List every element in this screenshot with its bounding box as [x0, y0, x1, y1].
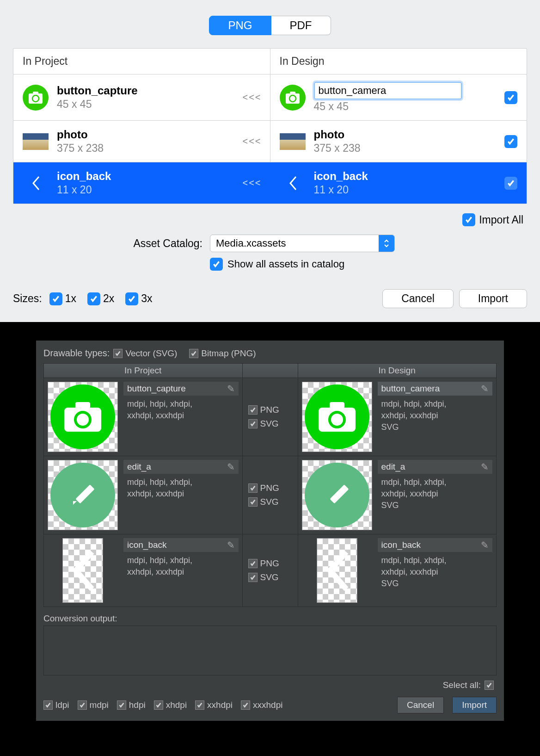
size-1x-label: 1x — [65, 292, 76, 305]
row-png-checkbox[interactable] — [248, 405, 258, 415]
png-label: PNG — [260, 558, 279, 569]
camera-icon — [280, 85, 306, 111]
size-2x-checkbox[interactable] — [87, 292, 100, 305]
asset-catalog-label: Asset Catalog: — [13, 237, 202, 250]
sync-arrows-icon: <<< — [242, 178, 261, 188]
camera-icon — [302, 382, 372, 452]
bitmap-checkbox[interactable] — [189, 349, 198, 358]
drawable-densities: xxhdpi, xxxhdpi — [378, 566, 493, 578]
asset-row-selected[interactable]: icon_back 11 x 20 <<< icon_back 11 x 20 — [13, 162, 527, 204]
size-2x-label: 2x — [103, 292, 114, 305]
xxhdpi-label: xxhdpi — [207, 700, 233, 710]
pencil-icon[interactable]: ✎ — [227, 461, 235, 472]
pencil-icon[interactable]: ✎ — [227, 539, 235, 551]
asset-dimensions: 11 x 20 — [57, 184, 111, 196]
asset-row[interactable]: button_capture 45 x 45 <<< 45 x 45 — [13, 74, 527, 121]
xhdpi-label: xhdpi — [166, 700, 187, 710]
camera-icon — [48, 382, 118, 452]
asset-catalog-select[interactable]: Media.xcassets — [210, 235, 395, 252]
asset-comparison-table: In Project In Design button_capture 45 x… — [13, 48, 527, 204]
asset-name-input[interactable] — [314, 82, 462, 99]
row-import-checkbox[interactable] — [504, 177, 517, 190]
svg-rect-14 — [330, 484, 349, 503]
bitmap-label: Bitmap (PNG) — [201, 348, 256, 359]
header-in-project: In Project — [13, 49, 270, 74]
xxhdpi-checkbox[interactable] — [195, 700, 204, 710]
pencil-icon[interactable]: ✎ — [481, 383, 489, 394]
select-all-checkbox[interactable] — [485, 681, 494, 690]
pencil-icon[interactable]: ✎ — [227, 383, 235, 394]
tab-png[interactable]: PNG — [209, 16, 271, 35]
drawable-row[interactable]: button_capture✎ mdpi, hdpi, xhdpi, xxhdp… — [44, 378, 496, 456]
drawable-row[interactable]: icon_back✎ mdpi, hdpi, xhdpi, xxhdpi, xx… — [44, 534, 496, 607]
conversion-output-box — [43, 626, 497, 675]
drawable-densities: xxhdpi, xxxhdpi — [378, 410, 493, 421]
row-svg-checkbox[interactable] — [248, 497, 258, 507]
hdpi-checkbox[interactable] — [117, 700, 126, 710]
mdpi-checkbox[interactable] — [78, 700, 87, 710]
row-svg-checkbox[interactable] — [248, 419, 258, 428]
svg-label: SVG — [260, 497, 279, 507]
asset-row[interactable]: photo 375 x 238 <<< photo 375 x 238 — [13, 121, 527, 162]
ldpi-label: ldpi — [55, 700, 69, 710]
show-all-checkbox[interactable] — [210, 258, 223, 271]
header-mid — [243, 364, 298, 378]
back-icon — [62, 538, 103, 603]
drawable-name: icon_back — [381, 540, 481, 550]
sync-arrows-icon: <<< — [242, 136, 261, 147]
drawable-densities: xxhdpi, xxxhdpi — [123, 410, 239, 421]
size-1x-checkbox[interactable] — [49, 292, 62, 305]
chevron-left-icon — [280, 170, 306, 196]
tab-pdf[interactable]: PDF — [271, 16, 331, 35]
asset-name: icon_back — [57, 170, 111, 183]
svg-label: SVG — [260, 572, 279, 582]
cancel-button[interactable]: Cancel — [382, 289, 454, 308]
import-button[interactable]: Import — [452, 697, 497, 713]
asset-dimensions: 375 x 238 — [57, 142, 104, 155]
drawable-name: button_capture — [127, 384, 227, 394]
pencil-icon[interactable]: ✎ — [481, 539, 489, 551]
pencil-icon[interactable]: ✎ — [481, 461, 489, 472]
import-all-checkbox[interactable] — [462, 213, 475, 226]
drawable-densities: xxhdpi, xxxhdpi — [378, 488, 493, 500]
drawable-format: SVG — [378, 500, 493, 511]
xxxhdpi-label: xxxhdpi — [253, 700, 282, 710]
photo-thumbnail-icon — [23, 133, 49, 150]
chevron-down-icon — [379, 235, 394, 252]
drawable-types-label: Drawable types: — [43, 348, 110, 359]
drawable-densities: mdpi, hdpi, xhdpi, — [378, 477, 493, 488]
row-png-checkbox[interactable] — [248, 559, 258, 568]
drawable-densities: xxhdpi, xxxhdpi — [123, 488, 239, 500]
asset-dimensions: 11 x 20 — [314, 184, 368, 196]
header-in-project: In Project — [44, 364, 243, 378]
select-all-label: Select all: — [443, 680, 481, 690]
drawable-densities: mdpi, hdpi, xhdpi, — [378, 555, 493, 566]
svg-rect-10 — [330, 402, 344, 409]
header-in-design: In Design — [298, 364, 497, 378]
import-button[interactable]: Import — [459, 289, 527, 308]
cancel-button[interactable]: Cancel — [397, 697, 444, 713]
ldpi-checkbox[interactable] — [43, 700, 53, 710]
drawable-format: SVG — [378, 578, 493, 589]
asset-name: photo — [314, 128, 361, 141]
row-svg-checkbox[interactable] — [248, 573, 258, 582]
camera-icon — [23, 85, 49, 111]
drawable-row[interactable]: edit_a✎ mdpi, hdpi, xhdpi, xxhdpi, xxxhd… — [44, 456, 496, 534]
row-png-checkbox[interactable] — [248, 483, 258, 493]
row-import-checkbox[interactable] — [504, 91, 517, 104]
import-all-label: Import All — [479, 214, 523, 226]
xhdpi-checkbox[interactable] — [154, 700, 163, 710]
row-import-checkbox[interactable] — [504, 135, 517, 148]
back-icon — [317, 538, 357, 603]
svg-marker-13 — [73, 501, 77, 505]
png-label: PNG — [260, 405, 279, 415]
drawable-name: edit_a — [127, 462, 227, 472]
xxxhdpi-checkbox[interactable] — [241, 700, 250, 710]
mdpi-label: mdpi — [90, 700, 109, 710]
vector-checkbox[interactable] — [113, 349, 123, 358]
drawable-densities: mdpi, hdpi, xhdpi, — [123, 477, 239, 488]
android-import-panel: Drawable types: Vector (SVG) Bitmap (PNG… — [36, 341, 504, 721]
png-label: PNG — [260, 483, 279, 493]
size-3x-checkbox[interactable] — [125, 292, 138, 305]
drawable-densities: mdpi, hdpi, xhdpi, — [123, 555, 239, 566]
